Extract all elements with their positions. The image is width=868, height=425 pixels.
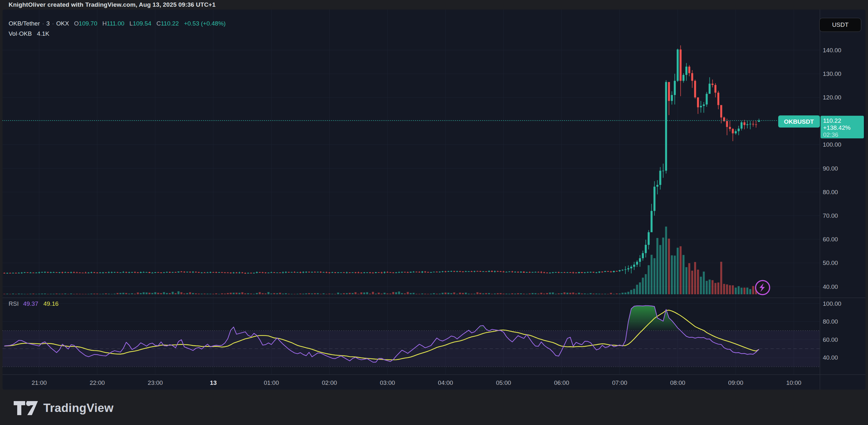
tradingview-brand[interactable]: TradingView [14,401,114,415]
candle-body [485,271,487,272]
volume-bar [305,293,307,294]
price-tick-label: 70.00 [823,213,838,219]
volume-bar [459,293,461,294]
candle-body [61,272,63,273]
volume-bar [601,294,603,294]
candle-body [624,270,626,270]
candle-body [143,272,145,273]
volume-bar [177,291,179,294]
volume-bar [375,294,377,294]
volume-bar [59,294,61,294]
candle-body [18,273,20,273]
volume-value: 4.1K [37,30,49,37]
candle-body [276,273,278,273]
volume-bar [148,293,150,294]
volume-bar [44,294,46,294]
candle-body [349,273,350,273]
volume-bar [169,293,171,294]
candle-body [134,272,136,273]
volume-bar [163,292,165,294]
volume-bar [497,293,499,294]
chart-canvas[interactable]: 140.00130.00120.00110.00100.0090.0080.00… [3,9,865,390]
candle-body [401,272,403,272]
volume-bar [729,285,731,294]
candle-body [601,272,603,272]
volume-bar [619,294,621,294]
candle-body [358,273,360,273]
volume-bar [224,294,226,294]
candle-body [755,124,757,125]
candle-body [415,272,417,272]
rsi-legend[interactable]: RSI49.3749.16 [9,300,59,307]
volume-bar [56,294,58,294]
change-value: +0.53 (+0.48%) [184,20,226,27]
volume-bar [578,293,580,294]
candle-body [102,273,104,273]
volume-bar [183,293,185,294]
candle-body [494,271,496,272]
candle-body [204,273,206,273]
candle-body [244,273,246,273]
candle-body [253,273,255,273]
volume-bar [21,294,23,294]
volume-bar [546,293,548,294]
volume-bar [520,293,522,294]
candle-body [47,272,49,272]
candle-body [328,272,330,273]
volume-bar [122,293,124,294]
candle-body [653,187,655,211]
volume-bar [744,288,745,294]
currency-toggle-button[interactable]: USDT [819,18,861,32]
chart-root: 140.00130.00120.00110.00100.0090.0080.00… [3,9,865,390]
candle-body [543,272,545,273]
candle-body [227,273,228,273]
volume-bar [415,294,417,294]
flash-icon[interactable] [755,281,770,294]
volume-bar [239,293,240,294]
candle-body [268,273,269,273]
candle-body [439,272,441,272]
open-label: O [74,20,79,27]
volume-bar [204,294,206,294]
symbol-legend[interactable]: OKB/Tether·3·OKXO109.70H111.00L109.54C11… [9,20,226,27]
volume-legend[interactable]: Vol·OKB4.1K [9,30,49,37]
volume-bar [566,293,568,294]
candle-body [105,273,107,273]
candle-body [558,272,559,273]
volume-bar [444,293,446,294]
volume-bar [346,293,348,294]
volume-bar [691,271,693,294]
close-value: 110.22 [161,20,179,27]
candle-body [256,272,258,273]
candle-body [302,272,304,273]
price-tick-label: 90.00 [823,165,838,172]
candle-body [6,273,8,273]
candle-body [390,272,391,273]
volume-bar [117,293,119,294]
candle-body [598,272,600,272]
volume-bar [529,293,530,294]
volume-bar [430,294,432,294]
candle-body [410,272,412,273]
volume-bar [93,294,95,294]
volume-bar [41,294,43,294]
candle-body [645,245,647,253]
volume-bar [332,294,333,294]
volume-bar [340,294,342,294]
candle-body [569,272,571,273]
volume-bar [581,293,583,294]
close-label: C [156,20,161,27]
candle-body [177,272,179,272]
candle-body [131,272,133,273]
volume-bar [723,284,725,294]
volume-bar [128,294,130,294]
candle-body [35,273,37,273]
volume-bar [276,293,278,294]
volume-bar [436,294,438,294]
candle-body [413,272,414,272]
candle-body [674,81,676,95]
candle-body [677,50,679,81]
volume-bar [215,293,217,294]
volume-bar [50,294,52,294]
candle-body [108,272,110,273]
